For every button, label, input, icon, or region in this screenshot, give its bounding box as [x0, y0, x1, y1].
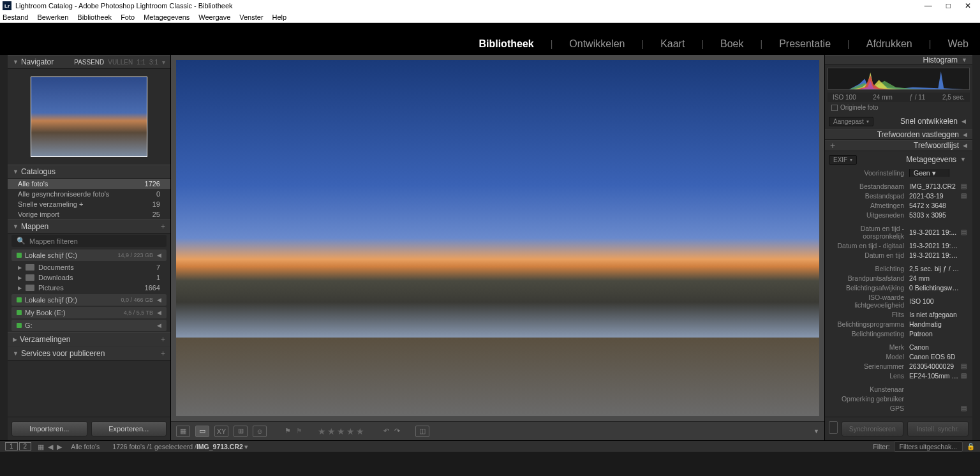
menu-foto[interactable]: Foto	[121, 13, 135, 21]
people-view-icon[interactable]: ☺	[253, 426, 267, 437]
module-presentatie[interactable]: Presentatie	[776, 38, 833, 50]
module-ontwikkelen[interactable]: Ontwikkelen	[567, 38, 627, 50]
catalog-item[interactable]: Alle foto's1726	[8, 179, 170, 189]
app-icon: Lr	[3, 1, 11, 10]
catalogus-title: Catalogus	[21, 167, 56, 176]
survey-view-icon[interactable]: ⊞	[234, 426, 248, 437]
toolbar-menu-icon[interactable]: ▼	[813, 428, 819, 435]
drive-row[interactable]: G:◀	[11, 320, 167, 331]
mappen-header[interactable]: ▼ Mappen +	[8, 219, 170, 234]
sync-toggle-icon[interactable]	[829, 421, 838, 434]
exif-dropdown[interactable]: EXIF▾	[829, 155, 857, 165]
menu-bestand[interactable]: Bestand	[3, 13, 28, 21]
module-bibliotheek[interactable]: Bibliotheek	[476, 38, 536, 50]
folder-filter-input[interactable]: 🔍 Mappen filteren	[11, 235, 167, 247]
import-button[interactable]: Importeren...	[11, 421, 87, 436]
menu-bewerken[interactable]: Bewerken	[37, 13, 68, 21]
folder-filter-label: Mappen filteren	[29, 237, 78, 245]
lock-icon[interactable]: 🔒	[967, 442, 975, 450]
menu-metagegevens[interactable]: Metagegevens	[144, 13, 189, 21]
add-folder-icon[interactable]: +	[161, 222, 165, 231]
metagegevens-header[interactable]: Metagegevens▼	[859, 152, 969, 167]
module-picker-bar: Bibliotheek|Ontwikkelen|Kaart|Boek|Prese…	[0, 23, 980, 55]
export-button[interactable]: Exporteren...	[91, 421, 167, 436]
next-icon[interactable]: ▶	[57, 443, 62, 450]
add-keyword-icon[interactable]: +	[830, 140, 835, 151]
menu-venster[interactable]: Venster	[239, 13, 263, 21]
snel-ontwikkelen-header[interactable]: Snel ontwikkelen◀	[876, 114, 969, 128]
grid-view-icon[interactable]: ▦	[176, 426, 190, 437]
crop-overlay-icon[interactable]: ◫	[415, 426, 429, 437]
folder-row[interactable]: ▶Pictures1664	[8, 283, 170, 293]
original-photo-label: Originele foto	[840, 104, 878, 111]
screen-2-button[interactable]: 2	[19, 442, 32, 450]
metadata-list: VoorinstellingGeen ▾BestandsnaamIMG_9713…	[825, 168, 972, 417]
grid-icon[interactable]: ▦	[38, 443, 44, 450]
prev-icon[interactable]: ◀	[48, 443, 53, 450]
meta-row: Bestandspad2021-03-19▤	[826, 191, 971, 200]
folder-row[interactable]: ▶Documents7	[8, 262, 170, 272]
flag-reject-icon[interactable]: ⚑	[296, 427, 302, 435]
redo-icon[interactable]: ↷	[394, 427, 400, 435]
module-web[interactable]: Web	[945, 38, 971, 50]
menu-weergave[interactable]: Weergave	[198, 13, 230, 21]
menu-help[interactable]: Help	[272, 13, 287, 21]
disclosure-triangle-icon: ▼	[13, 350, 19, 357]
nav-zoom-3:1[interactable]: 3:1	[149, 59, 158, 66]
undo-icon[interactable]: ↶	[383, 427, 389, 435]
module-afdrukken[interactable]: Afdrukken	[864, 38, 915, 50]
screen-1-button[interactable]: 1	[5, 442, 18, 450]
module-boek[interactable]: Boek	[718, 38, 746, 50]
trefwoordlijst-header[interactable]: + Trefwoordlijst◀	[825, 140, 972, 151]
synchroniseren-button: Synchroniseren	[842, 421, 903, 436]
right-panel: Histogram ▼ ISO 100 24 mm ƒ / 11 2,5 sec…	[824, 55, 972, 440]
drive-row[interactable]: Lokale schijf (D:)0,0 / 466 GB◀	[11, 294, 167, 306]
right-edge-strip[interactable]	[972, 55, 980, 440]
module-kaart[interactable]: Kaart	[658, 38, 687, 50]
disclosure-triangle-icon: ▼	[13, 223, 19, 230]
nav-zoom-1:1[interactable]: 1:1	[137, 59, 145, 66]
disclosure-triangle-icon: ▶	[13, 336, 17, 343]
status-info: 1726 foto's /1 geselecteerd /	[112, 443, 197, 450]
minimize-button[interactable]: —	[924, 1, 932, 10]
status-bar: 1 2 ▦ ◀ ▶ Alle foto's 1726 foto's /1 ges…	[0, 440, 980, 452]
drive-row[interactable]: Lokale schijf (C:)14,9 / 223 GB◀	[11, 249, 167, 261]
nav-zoom-passend[interactable]: PASSEND	[74, 59, 104, 66]
histogram-header[interactable]: Histogram ▼	[825, 55, 972, 65]
nav-zoom-menu-icon[interactable]: ▾	[162, 59, 165, 66]
trefwoorden-vastleggen-header[interactable]: Trefwoorden vastleggen◀	[825, 130, 972, 140]
catalog-item[interactable]: Snelle verzameling +19	[8, 199, 170, 209]
title-bar: Lr Lightroom Catalog - Adobe Photoshop L…	[0, 0, 980, 11]
add-service-icon[interactable]: +	[161, 349, 165, 358]
add-collection-icon[interactable]: +	[161, 335, 165, 344]
aangepast-dropdown[interactable]: Aangepast▾	[829, 117, 873, 126]
catalog-item[interactable]: Alle gesynchroniseerde foto's0	[8, 189, 170, 199]
meta-row: LensEF24-105mm f/...▤	[826, 371, 971, 380]
maximize-button[interactable]: □	[946, 1, 951, 10]
focal-value: 24 mm	[873, 94, 893, 101]
meta-row: BestandsnaamIMG_9713.CR2▤	[826, 181, 971, 191]
meta-preset-row[interactable]: VoorinstellingGeen ▾	[826, 168, 971, 177]
nav-zoom-vullen[interactable]: VULLEN	[108, 59, 133, 66]
catalog-item[interactable]: Vorige import25	[8, 209, 170, 219]
loupe-view-icon[interactable]: ▭	[195, 426, 209, 437]
left-edge-strip[interactable]	[0, 55, 8, 440]
services-header[interactable]: ▼ Services voor publiceren +	[8, 346, 170, 361]
rating-stars[interactable]: ★★★★★	[318, 426, 366, 436]
flag-pick-icon[interactable]: ⚑	[285, 427, 291, 435]
image-viewer[interactable]	[171, 55, 824, 421]
menu-bibliotheek[interactable]: Bibliotheek	[77, 13, 112, 21]
histogram-display[interactable]	[828, 68, 970, 90]
close-button[interactable]: ✕	[965, 1, 971, 10]
drive-row[interactable]: My Book (E:)4,5 / 5,5 TB◀	[11, 307, 167, 318]
original-photo-checkbox[interactable]: Originele foto	[825, 102, 972, 113]
navigator-header[interactable]: ▼ Navigator PASSENDVULLEN1:13:1▾	[8, 55, 170, 69]
catalogus-header[interactable]: ▼ Catalogus	[8, 165, 170, 179]
catalogus-list: Alle foto's1726Alle gesynchroniseerde fo…	[8, 179, 170, 219]
verzamelingen-header[interactable]: ▶ Verzamelingen +	[8, 332, 170, 346]
filter-dropdown[interactable]: Filters uitgeschak...	[894, 442, 963, 452]
status-file[interactable]: IMG_9713.CR2	[197, 443, 243, 450]
compare-view-icon[interactable]: XY	[214, 426, 228, 437]
folder-row[interactable]: ▶Downloads1	[8, 272, 170, 283]
navigator-thumbnail[interactable]	[31, 77, 147, 157]
